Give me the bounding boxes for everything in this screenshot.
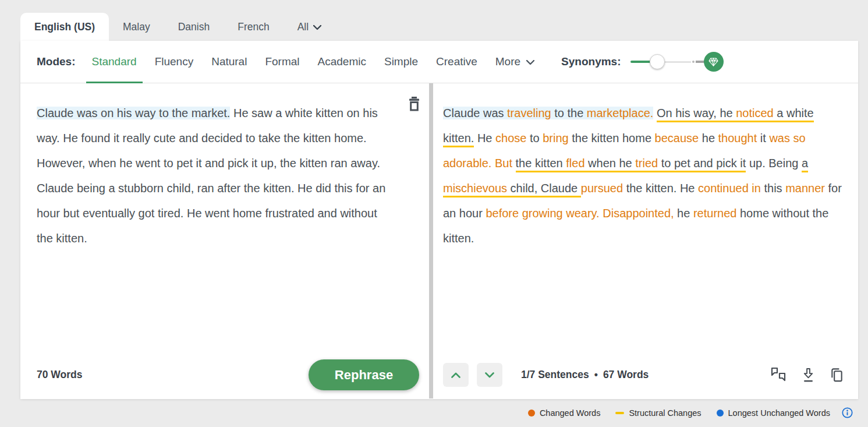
text-segment[interactable]: to — [526, 132, 543, 144]
all-label: All — [297, 21, 309, 33]
highlighted-sentence[interactable]: Claude was — [443, 107, 507, 119]
panel-divider[interactable] — [429, 83, 433, 398]
legend-longest-unchanged-words: Longest Unchanged Words — [717, 408, 830, 418]
text-segment[interactable]: On his way, he — [657, 107, 736, 122]
stats-separator: • — [594, 369, 598, 381]
modes-label: Modes: — [37, 55, 76, 68]
mode-more-dropdown[interactable]: More — [495, 55, 534, 68]
synonyms-label: Synonyms: — [561, 55, 621, 68]
text-segment[interactable]: the kitten home — [569, 132, 655, 144]
mode-academic[interactable]: Academic — [318, 41, 366, 83]
mode-formal[interactable]: Formal — [265, 41, 299, 83]
mode-natural[interactable]: Natural — [211, 41, 247, 83]
changed-word[interactable]: before growing weary. — [486, 207, 599, 220]
changed-word[interactable]: marketplace. — [587, 107, 654, 119]
chevron-down-icon — [526, 55, 534, 68]
paraphraser-app: English (US) MalayDanishFrench All Modes… — [0, 0, 868, 427]
language-tabs: MalayDanishFrench — [109, 13, 284, 41]
synonyms-slider[interactable] — [629, 51, 720, 72]
mode-simple[interactable]: Simple — [384, 41, 418, 83]
output-actions — [770, 367, 844, 383]
changed-word[interactable]: Disappointed, — [603, 207, 674, 220]
info-icon[interactable] — [842, 407, 853, 418]
legend-label: Longest Unchanged Words — [728, 408, 830, 418]
output-stats: 1/7 Sentences • 67 Words — [521, 369, 649, 381]
input-word-count: 70 Words — [37, 369, 82, 381]
text-segment[interactable] — [512, 157, 516, 170]
output-footer: 1/7 Sentences • 67 Words — [443, 359, 844, 390]
highlighted-sentence[interactable]: to the — [551, 107, 587, 119]
changed-word[interactable]: tried — [635, 157, 658, 172]
changed-word[interactable]: continued in — [698, 182, 761, 195]
changed-word[interactable]: pursued — [581, 182, 623, 195]
diff-legend: Changed WordsStructural ChangesLongest U… — [528, 407, 853, 418]
slider-knob[interactable] — [650, 54, 665, 69]
output-text[interactable]: Claude was traveling to the marketplace.… — [443, 101, 844, 251]
legend-changed-words: Changed Words — [528, 408, 601, 418]
premium-gem-icon[interactable] — [704, 52, 724, 72]
changed-word[interactable]: chose — [495, 132, 526, 144]
modes-list: StandardFluencyNaturalFormalAcademicSimp… — [92, 41, 495, 83]
text-segment[interactable]: the kitten — [516, 157, 566, 172]
mode-standard[interactable]: Standard — [92, 41, 137, 83]
trash-icon[interactable] — [407, 96, 421, 114]
input-text[interactable]: Claude was on his way to the market. He … — [37, 101, 396, 251]
text-segment[interactable]: He — [474, 132, 495, 144]
download-icon[interactable] — [801, 367, 816, 383]
copy-icon[interactable] — [830, 367, 844, 383]
changed-word[interactable]: manner — [785, 182, 825, 195]
text-segment: He saw a white kitten on his way. He fou… — [37, 107, 385, 245]
language-tab-danish[interactable]: Danish — [164, 13, 224, 41]
input-panel[interactable]: Claude was on his way to the market. He … — [20, 83, 429, 398]
legend-label: Changed Words — [540, 408, 601, 418]
text-segment[interactable]: he — [674, 207, 693, 220]
changed-word[interactable]: fled — [566, 157, 584, 172]
changed-word[interactable]: bring — [543, 132, 568, 144]
output-word-count: 67 Words — [603, 369, 649, 381]
text-segment[interactable]: a — [802, 157, 808, 172]
language-tab-french[interactable]: French — [224, 13, 283, 41]
language-tab-all[interactable]: All — [284, 13, 335, 41]
next-sentence-button[interactable] — [477, 363, 502, 387]
changed-word[interactable]: thought — [718, 132, 757, 144]
dash-marker — [615, 412, 624, 414]
text-segment[interactable]: he — [699, 132, 718, 144]
text-segment[interactable]: when he — [585, 157, 636, 172]
more-label: More — [495, 55, 520, 68]
text-segment[interactable]: this — [761, 182, 785, 195]
legend-label: Structural Changes — [629, 408, 701, 418]
output-panel[interactable]: Claude was traveling to the marketplace.… — [433, 83, 858, 398]
modes-bar: Modes: StandardFluencyNaturalFormalAcade… — [20, 41, 858, 83]
language-tab-english-us[interactable]: English (US) — [20, 13, 109, 41]
changed-word[interactable]: because — [655, 132, 699, 144]
text-segment[interactable]: up. Being — [746, 157, 802, 170]
mode-fluency[interactable]: Fluency — [155, 41, 194, 83]
changed-word[interactable]: returned — [693, 207, 737, 220]
text-segment[interactable]: child, Claude — [507, 182, 581, 197]
previous-sentence-button[interactable] — [443, 363, 469, 387]
paraphraser-card: Modes: StandardFluencyNaturalFormalAcade… — [20, 41, 858, 399]
legend-items: Changed WordsStructural ChangesLongest U… — [528, 408, 830, 418]
mode-creative[interactable]: Creative — [436, 41, 477, 83]
editor-panels: Claude was on his way to the market. He … — [20, 83, 858, 398]
text-segment[interactable]: the kitten. He — [623, 182, 698, 195]
changed-word[interactable]: traveling — [507, 107, 551, 119]
slider-tick — [692, 61, 695, 63]
highlighted-sentence: Claude was on his way to the market. — [37, 107, 230, 119]
language-tabbar: English (US) MalayDanishFrench All — [20, 13, 335, 41]
text-segment[interactable]: it — [757, 132, 769, 144]
sentence-counter: 1/7 Sentences — [521, 369, 589, 381]
dot-marker — [717, 410, 724, 417]
rephrase-button[interactable]: Rephrase — [309, 359, 419, 390]
chevron-down-icon — [313, 21, 321, 33]
language-tab-malay[interactable]: Malay — [109, 13, 164, 41]
changed-word[interactable]: noticed — [736, 107, 774, 122]
legend-structural-changes: Structural Changes — [615, 408, 701, 418]
changed-word[interactable]: mischievous — [443, 182, 507, 197]
input-footer: 70 Words Rephrase — [37, 359, 419, 390]
text-segment[interactable]: to pet and pick it — [658, 157, 746, 172]
compare-modes-icon[interactable] — [770, 367, 787, 383]
dot-marker — [528, 410, 535, 417]
